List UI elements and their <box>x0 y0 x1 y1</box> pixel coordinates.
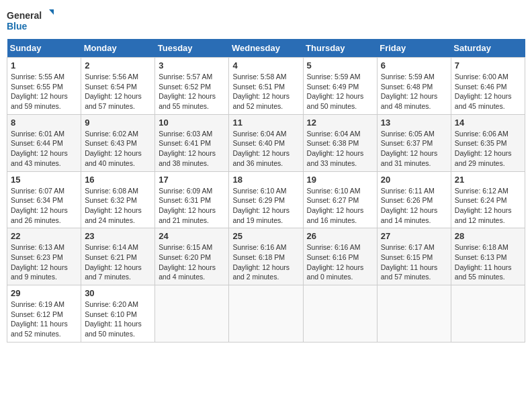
column-header-monday: Monday <box>81 39 155 58</box>
calendar-day-cell <box>155 285 229 342</box>
day-number: 8 <box>11 118 77 128</box>
day-number: 2 <box>85 60 151 71</box>
day-info: Sunrise: 6:04 AM Sunset: 6:38 PM Dayligh… <box>307 129 373 169</box>
calendar-day-cell: 30Sunrise: 6:20 AM Sunset: 6:10 PM Dayli… <box>81 285 155 342</box>
day-number: 4 <box>232 60 299 71</box>
calendar-day-cell <box>303 285 377 342</box>
day-info: Sunrise: 6:06 AM Sunset: 6:35 PM Dayligh… <box>455 129 521 169</box>
day-info: Sunrise: 6:05 AM Sunset: 6:37 PM Dayligh… <box>381 129 447 169</box>
day-info: Sunrise: 5:56 AM Sunset: 6:54 PM Dayligh… <box>85 72 151 111</box>
calendar-day-cell: 13Sunrise: 6:05 AM Sunset: 6:37 PM Dayli… <box>377 114 451 171</box>
calendar-week-row: 22Sunrise: 6:13 AM Sunset: 6:23 PM Dayli… <box>7 228 525 285</box>
calendar-day-cell: 24Sunrise: 6:15 AM Sunset: 6:20 PM Dayli… <box>155 228 229 285</box>
svg-marker-2 <box>49 9 54 15</box>
calendar-day-cell: 29Sunrise: 6:19 AM Sunset: 6:12 PM Dayli… <box>7 285 81 342</box>
day-number: 14 <box>455 118 521 128</box>
calendar-week-row: 8Sunrise: 6:01 AM Sunset: 6:44 PM Daylig… <box>7 114 525 171</box>
calendar-week-row: 1Sunrise: 5:55 AM Sunset: 6:55 PM Daylig… <box>7 58 525 115</box>
day-number: 18 <box>232 175 299 185</box>
calendar-day-cell: 15Sunrise: 6:07 AM Sunset: 6:34 PM Dayli… <box>7 171 81 228</box>
calendar-day-cell: 25Sunrise: 6:16 AM Sunset: 6:18 PM Dayli… <box>229 228 303 285</box>
calendar-day-cell: 11Sunrise: 6:04 AM Sunset: 6:40 PM Dayli… <box>229 114 303 171</box>
page-header: General Blue <box>7 7 525 34</box>
day-number: 28 <box>455 231 521 241</box>
day-number: 29 <box>11 288 77 298</box>
day-info: Sunrise: 6:09 AM Sunset: 6:31 PM Dayligh… <box>159 186 225 226</box>
calendar-day-cell: 16Sunrise: 6:08 AM Sunset: 6:32 PM Dayli… <box>81 171 155 228</box>
day-info: Sunrise: 6:13 AM Sunset: 6:23 PM Dayligh… <box>11 242 77 282</box>
day-info: Sunrise: 6:07 AM Sunset: 6:34 PM Dayligh… <box>11 186 77 226</box>
calendar-day-cell <box>451 285 525 342</box>
calendar-day-cell: 20Sunrise: 6:11 AM Sunset: 6:26 PM Dayli… <box>377 171 451 228</box>
day-info: Sunrise: 6:10 AM Sunset: 6:27 PM Dayligh… <box>307 186 373 226</box>
day-number: 16 <box>85 175 151 185</box>
column-header-saturday: Saturday <box>451 39 525 58</box>
calendar-day-cell: 28Sunrise: 6:18 AM Sunset: 6:13 PM Dayli… <box>451 228 525 285</box>
day-number: 21 <box>455 175 521 185</box>
column-header-wednesday: Wednesday <box>229 39 303 58</box>
day-info: Sunrise: 6:15 AM Sunset: 6:20 PM Dayligh… <box>159 242 225 282</box>
calendar-day-cell: 7Sunrise: 6:00 AM Sunset: 6:46 PM Daylig… <box>451 58 525 115</box>
day-number: 19 <box>307 175 373 185</box>
day-number: 25 <box>232 231 299 241</box>
calendar-header-row: SundayMondayTuesdayWednesdayThursdayFrid… <box>7 39 525 58</box>
logo-svg: General Blue <box>7 7 54 34</box>
day-info: Sunrise: 5:55 AM Sunset: 6:55 PM Dayligh… <box>11 72 77 111</box>
day-number: 3 <box>159 60 225 71</box>
day-info: Sunrise: 6:18 AM Sunset: 6:13 PM Dayligh… <box>455 242 521 282</box>
day-info: Sunrise: 6:02 AM Sunset: 6:43 PM Dayligh… <box>85 129 151 169</box>
day-number: 20 <box>381 175 447 185</box>
column-header-friday: Friday <box>377 39 451 58</box>
calendar-table: SundayMondayTuesdayWednesdayThursdayFrid… <box>7 39 525 342</box>
calendar-day-cell: 9Sunrise: 6:02 AM Sunset: 6:43 PM Daylig… <box>81 114 155 171</box>
calendar-day-cell: 14Sunrise: 6:06 AM Sunset: 6:35 PM Dayli… <box>451 114 525 171</box>
day-number: 7 <box>455 60 521 71</box>
day-number: 6 <box>381 60 447 71</box>
calendar-day-cell: 2Sunrise: 5:56 AM Sunset: 6:54 PM Daylig… <box>81 58 155 115</box>
day-info: Sunrise: 6:12 AM Sunset: 6:24 PM Dayligh… <box>455 186 521 226</box>
day-info: Sunrise: 5:59 AM Sunset: 6:48 PM Dayligh… <box>381 72 447 111</box>
day-info: Sunrise: 6:20 AM Sunset: 6:10 PM Dayligh… <box>85 300 151 339</box>
calendar-day-cell: 10Sunrise: 6:03 AM Sunset: 6:41 PM Dayli… <box>155 114 229 171</box>
calendar-day-cell: 22Sunrise: 6:13 AM Sunset: 6:23 PM Dayli… <box>7 228 81 285</box>
calendar-day-cell <box>377 285 451 342</box>
day-number: 9 <box>85 118 151 128</box>
day-info: Sunrise: 6:00 AM Sunset: 6:46 PM Dayligh… <box>455 72 521 111</box>
calendar-day-cell: 1Sunrise: 5:55 AM Sunset: 6:55 PM Daylig… <box>7 58 81 115</box>
calendar-day-cell: 17Sunrise: 6:09 AM Sunset: 6:31 PM Dayli… <box>155 171 229 228</box>
calendar-day-cell: 19Sunrise: 6:10 AM Sunset: 6:27 PM Dayli… <box>303 171 377 228</box>
calendar-day-cell: 21Sunrise: 6:12 AM Sunset: 6:24 PM Dayli… <box>451 171 525 228</box>
column-header-sunday: Sunday <box>7 39 81 58</box>
day-info: Sunrise: 6:16 AM Sunset: 6:16 PM Dayligh… <box>307 242 373 282</box>
logo: General Blue <box>7 7 54 34</box>
day-number: 5 <box>307 60 373 71</box>
day-info: Sunrise: 6:08 AM Sunset: 6:32 PM Dayligh… <box>85 186 151 226</box>
day-number: 17 <box>159 175 225 185</box>
calendar-day-cell: 27Sunrise: 6:17 AM Sunset: 6:15 PM Dayli… <box>377 228 451 285</box>
calendar-day-cell: 8Sunrise: 6:01 AM Sunset: 6:44 PM Daylig… <box>7 114 81 171</box>
calendar-day-cell: 12Sunrise: 6:04 AM Sunset: 6:38 PM Dayli… <box>303 114 377 171</box>
day-number: 10 <box>159 118 225 128</box>
day-info: Sunrise: 6:01 AM Sunset: 6:44 PM Dayligh… <box>11 129 77 169</box>
day-info: Sunrise: 6:19 AM Sunset: 6:12 PM Dayligh… <box>11 300 77 339</box>
calendar-day-cell: 6Sunrise: 5:59 AM Sunset: 6:48 PM Daylig… <box>377 58 451 115</box>
day-number: 1 <box>11 60 77 71</box>
day-info: Sunrise: 5:58 AM Sunset: 6:51 PM Dayligh… <box>232 72 299 111</box>
column-header-thursday: Thursday <box>303 39 377 58</box>
column-header-tuesday: Tuesday <box>155 39 229 58</box>
calendar-day-cell <box>229 285 303 342</box>
day-number: 15 <box>11 175 77 185</box>
day-number: 27 <box>381 231 447 241</box>
day-info: Sunrise: 5:57 AM Sunset: 6:52 PM Dayligh… <box>159 72 225 111</box>
day-number: 23 <box>85 231 151 241</box>
day-number: 11 <box>232 118 299 128</box>
day-info: Sunrise: 6:11 AM Sunset: 6:26 PM Dayligh… <box>381 186 447 226</box>
calendar-day-cell: 5Sunrise: 5:59 AM Sunset: 6:49 PM Daylig… <box>303 58 377 115</box>
day-number: 26 <box>307 231 373 241</box>
svg-text:General: General <box>7 10 42 21</box>
calendar-week-row: 29Sunrise: 6:19 AM Sunset: 6:12 PM Dayli… <box>7 285 525 342</box>
day-info: Sunrise: 5:59 AM Sunset: 6:49 PM Dayligh… <box>307 72 373 111</box>
calendar-day-cell: 23Sunrise: 6:14 AM Sunset: 6:21 PM Dayli… <box>81 228 155 285</box>
calendar-day-cell: 3Sunrise: 5:57 AM Sunset: 6:52 PM Daylig… <box>155 58 229 115</box>
day-number: 24 <box>159 231 225 241</box>
